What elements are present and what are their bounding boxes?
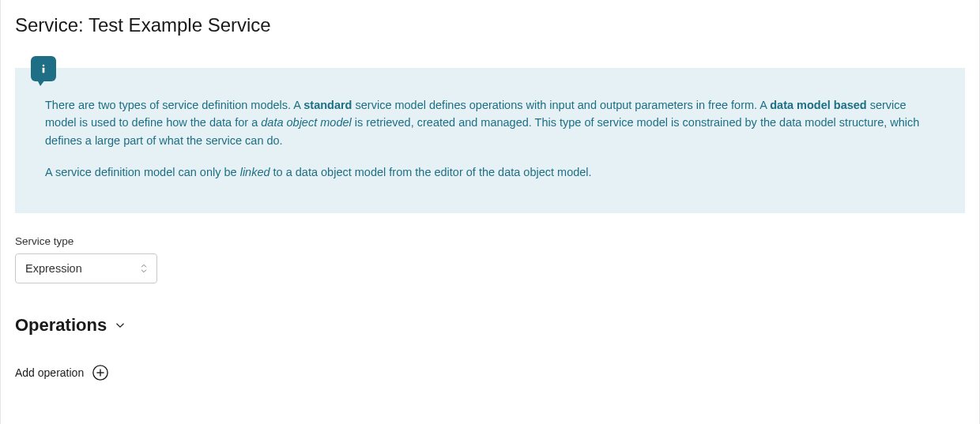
svg-rect-1 bbox=[43, 68, 45, 73]
add-operation-button[interactable]: Add operation bbox=[15, 364, 965, 381]
info-text-italic: data object model bbox=[261, 116, 351, 129]
info-text-bold: data model based bbox=[770, 99, 866, 111]
service-type-select[interactable]: Expression bbox=[15, 253, 157, 283]
title-name: Test Example Service bbox=[89, 14, 271, 36]
info-paragraph-1: There are two types of service definitio… bbox=[45, 96, 935, 149]
info-icon bbox=[31, 56, 56, 81]
operations-title: Operations bbox=[15, 315, 107, 336]
svg-point-0 bbox=[43, 65, 45, 67]
info-text: to a data object model from the editor o… bbox=[270, 166, 592, 178]
plus-circle-icon bbox=[92, 364, 109, 381]
page-title: Service: Test Example Service bbox=[15, 14, 965, 36]
service-type-label: Service type bbox=[15, 235, 965, 247]
chevron-down-icon bbox=[113, 318, 127, 332]
operations-header[interactable]: Operations bbox=[15, 315, 965, 336]
info-text-italic: linked bbox=[240, 166, 270, 178]
add-operation-label: Add operation bbox=[15, 366, 84, 379]
info-text: service model defines operations with in… bbox=[352, 99, 770, 111]
service-type-value: Expression bbox=[25, 262, 82, 275]
info-box: There are two types of service definitio… bbox=[15, 68, 965, 213]
title-prefix: Service: bbox=[15, 14, 89, 36]
info-paragraph-2: A service definition model can only be l… bbox=[45, 163, 935, 181]
info-text-bold: standard bbox=[303, 99, 352, 111]
info-text: A service definition model can only be bbox=[45, 166, 240, 178]
info-text: There are two types of service definitio… bbox=[45, 99, 303, 111]
